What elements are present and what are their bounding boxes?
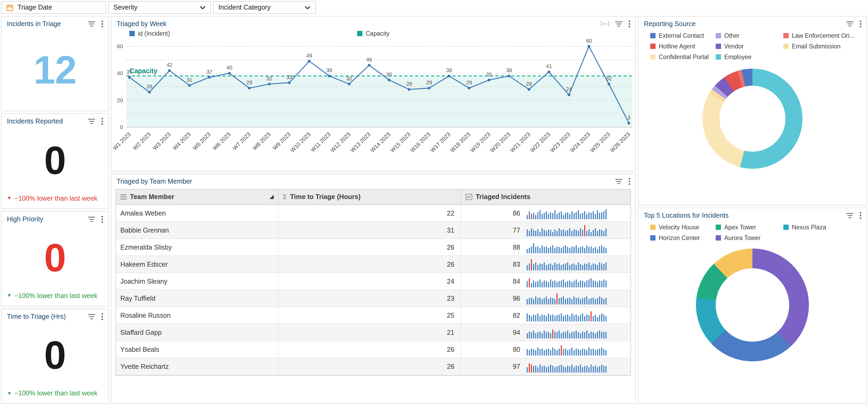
team-table: Team Member Σ Time to Triage (Hours) Tri…: [116, 189, 631, 376]
table-row[interactable]: Hakeem Edscer2683: [116, 256, 630, 273]
filter-icon[interactable]: [88, 21, 95, 27]
kebab-menu-icon[interactable]: [860, 20, 862, 28]
svg-text:W20 2023: W20 2023: [489, 131, 511, 154]
svg-text:31: 31: [186, 77, 192, 83]
legend-item[interactable]: Employee: [716, 54, 783, 60]
triaged-incidents-cell: 94: [461, 324, 630, 341]
svg-text:W7 2023: W7 2023: [231, 131, 252, 151]
filter-icon[interactable]: [846, 21, 854, 27]
table-body: Amalea Weben2286Babbie Grennan3177Ezmera…: [116, 205, 630, 375]
legend-label: Employee: [724, 54, 751, 60]
range-icon[interactable]: [601, 21, 609, 27]
time-to-triage-value: 25: [278, 307, 461, 324]
panel-title: Triaged by Team Member: [117, 178, 615, 185]
filter-incident-category[interactable]: Incident Category: [213, 1, 316, 14]
legend-label: Law Enforcement Ori...: [792, 32, 855, 39]
filter-severity[interactable]: Severity: [108, 1, 211, 14]
kebab-menu-icon[interactable]: [101, 20, 103, 28]
legend-item[interactable]: Other: [716, 32, 783, 39]
filter-icon[interactable]: [846, 212, 854, 219]
filter-label: Incident Category: [218, 4, 271, 11]
legend-swatch: [783, 44, 789, 49]
incidents-sparkline: [527, 343, 626, 355]
column-header-time-to-triage[interactable]: Σ Time to Triage (Hours): [278, 190, 461, 204]
filter-icon[interactable]: [88, 119, 95, 125]
table-row[interactable]: Babbie Grennan3177: [116, 222, 630, 239]
table-row[interactable]: Staffard Gapp2194: [116, 324, 630, 341]
reporting-source-donut-chart[interactable]: [703, 69, 803, 169]
legend-item[interactable]: Nexus Plaza: [783, 224, 864, 230]
table-row[interactable]: Ysabel Beals2680: [116, 341, 630, 358]
incidents-sparkline: [527, 361, 626, 372]
kebab-menu-icon[interactable]: [101, 313, 103, 320]
kpi-title: Time to Triage (Hrs): [7, 313, 88, 320]
kebab-menu-icon[interactable]: [628, 20, 630, 28]
panel-triaged-by-week: Triaged by Week: [111, 16, 636, 171]
legend-item[interactable]: External Contact: [650, 32, 716, 39]
svg-text:W3 2023: W3 2023: [152, 131, 172, 151]
triaged-incidents-cell: 80: [461, 341, 630, 358]
legend-label: Hotline Agent: [659, 43, 695, 49]
table-header-row: Team Member Σ Time to Triage (Hours) Tri…: [116, 190, 630, 205]
svg-text:35: 35: [486, 72, 492, 77]
kebab-menu-icon[interactable]: [101, 215, 103, 223]
legend-item-capacity[interactable]: Capacity: [357, 30, 390, 37]
legend-item[interactable]: Apex Tower: [716, 224, 783, 230]
legend-label: Capacity: [366, 30, 390, 37]
team-member-name: Joachim Sleany: [116, 273, 278, 290]
table-row[interactable]: Yvette Reichartz2697: [116, 358, 630, 375]
menu-icon: [120, 194, 127, 200]
down-arrow-icon: ▼: [7, 391, 12, 396]
legend-item[interactable]: Email Submission: [783, 43, 864, 49]
kebab-menu-icon[interactable]: [628, 178, 630, 185]
svg-text:W10 2023: W10 2023: [289, 131, 312, 154]
svg-text:37: 37: [126, 69, 132, 75]
legend-item[interactable]: Velocity House: [650, 224, 716, 230]
table-row[interactable]: Ezmeralda Slisby2688: [116, 239, 630, 256]
svg-text:46: 46: [366, 57, 372, 63]
table-row[interactable]: Amalea Weben2286: [116, 205, 630, 222]
legend-label: Other: [724, 32, 740, 39]
filter-icon[interactable]: [88, 313, 95, 320]
svg-text:W23 2023: W23 2023: [549, 131, 571, 154]
filter-icon[interactable]: [88, 216, 95, 222]
legend-item[interactable]: Law Enforcement Ori...: [783, 32, 864, 39]
kebab-menu-icon[interactable]: [101, 118, 103, 125]
filter-bar: Triage Date Severity Incident Category: [1, 1, 867, 14]
kebab-menu-icon[interactable]: [860, 212, 862, 219]
chart-icon: [465, 194, 472, 200]
legend-swatch: [129, 31, 135, 36]
svg-text:24: 24: [566, 86, 572, 92]
legend-item[interactable]: Vendor: [716, 43, 783, 49]
legend-label: Aurora Tower: [724, 235, 761, 241]
legend-item[interactable]: Hotline Agent: [650, 43, 716, 49]
legend-item-incidents[interactable]: id (Incident): [129, 30, 170, 37]
kpi-title: Incidents in Triage: [7, 20, 88, 28]
svg-text:W24 2023: W24 2023: [569, 131, 591, 154]
table-row[interactable]: Joachim Sleany2484: [116, 273, 630, 290]
filter-triage-date[interactable]: Triage Date: [1, 1, 106, 14]
svg-text:W9 2023: W9 2023: [271, 131, 291, 151]
table-row[interactable]: Rosaline Russon2582: [116, 307, 630, 324]
triaged-incidents-cell: 82: [461, 307, 630, 324]
week-line-chart[interactable]: Capacity0204060W1 2023W2 2023W3 2023W4 2…: [111, 39, 635, 169]
filter-icon[interactable]: [615, 178, 622, 185]
team-member-name: Yvette Reichartz: [116, 358, 278, 375]
top-locations-donut-chart[interactable]: [696, 248, 809, 361]
svg-text:W6 2023: W6 2023: [211, 131, 231, 151]
legend-item[interactable]: Horizon Center: [650, 235, 716, 241]
svg-text:W16 2023: W16 2023: [409, 131, 431, 154]
legend-item[interactable]: Confidential Portal: [650, 54, 716, 60]
filter-icon[interactable]: [615, 21, 622, 27]
kpi-change: ▼−100% lower than last week: [2, 390, 108, 403]
down-arrow-icon: ▼: [7, 294, 12, 298]
column-header-triaged-incidents[interactable]: Triaged Incidents: [461, 190, 630, 204]
legend-swatch: [716, 235, 721, 241]
legend-item[interactable]: Aurora Tower: [716, 235, 783, 241]
svg-text:38: 38: [446, 68, 452, 73]
column-header-team-member[interactable]: Team Member: [116, 190, 278, 204]
table-row[interactable]: Ray Tuffield2396: [116, 290, 630, 307]
chevron-down-icon: [305, 6, 310, 9]
sum-icon: Σ: [283, 193, 287, 201]
time-to-triage-value: 23: [278, 290, 461, 307]
